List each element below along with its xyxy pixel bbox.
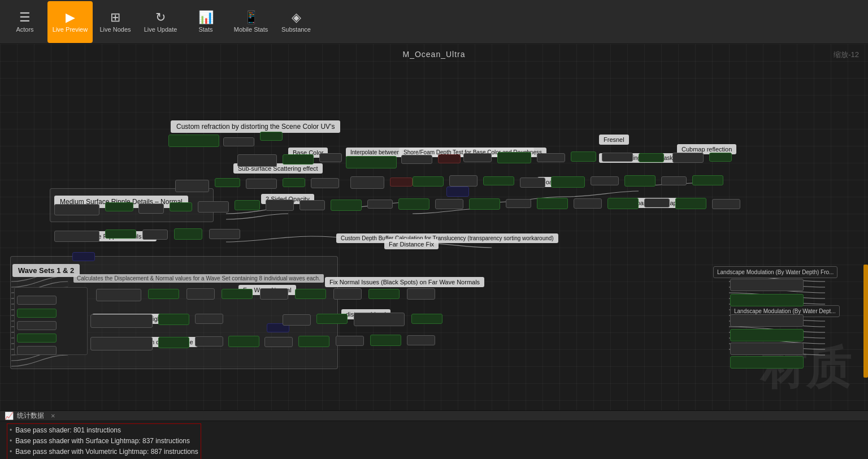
substance-label: Substance [281, 26, 311, 33]
comment-custom-depth: Custom Depth Buffer Calculation for Tran… [336, 233, 558, 243]
node-r6-6 [295, 289, 326, 299]
canvas-area[interactable]: M_Ocean_Ultra 缩放-12 材质 [0, 44, 868, 410]
substance-icon: ◈ [292, 11, 301, 24]
node-r5-2 [105, 229, 136, 239]
live-update-label: Live Update [144, 26, 177, 33]
node-r4-16 [574, 198, 602, 209]
node-r5-4 [174, 228, 202, 240]
stats-error-box: • Base pass shader: 801 instructions • B… [7, 423, 201, 459]
actors-label: Actors [16, 26, 33, 33]
node-bc13 [672, 153, 704, 163]
node-r8-3 [195, 336, 223, 347]
node-r3-4 [283, 178, 305, 187]
node-r8-1 [90, 337, 153, 350]
node-r3-7 [390, 177, 413, 187]
node-r8-4 [228, 336, 259, 347]
stats-header-title: 统计数据 [17, 411, 44, 421]
stats-header: 📈 统计数据 × [0, 411, 868, 421]
stats-icon: 📊 [198, 11, 214, 24]
node-r4-11 [398, 198, 429, 210]
node-r4-12 [435, 199, 463, 209]
toolbar-stats-btn[interactable]: 📊 Stats [183, 1, 228, 43]
toolbar: ☰ Actors ▶ Live Preview ⊞ Live Nodes ↻ L… [0, 0, 868, 44]
node-r6-8 [368, 289, 400, 299]
node-land-4 [730, 329, 804, 341]
node-r4-1 [54, 204, 99, 215]
node-r4-13 [469, 198, 500, 210]
node-r5-3 [142, 229, 168, 240]
node-r4-17 [607, 198, 639, 209]
node-r8-8 [370, 335, 401, 346]
actors-icon: ☰ [19, 11, 31, 24]
live-nodes-icon: ⊞ [110, 11, 120, 24]
stats-label: Stats [198, 26, 212, 33]
node-bc5 [401, 155, 432, 164]
stats-text-3: Base pass shader with Volumetric Lightma… [15, 447, 198, 457]
node-bc10 [571, 151, 596, 162]
node-r6-2 [148, 289, 179, 299]
node-r4-14 [506, 199, 531, 208]
node-r8-9 [407, 335, 435, 345]
node-r7-2 [158, 314, 189, 325]
toolbar-live-preview-btn[interactable]: ▶ Live Preview [47, 1, 93, 43]
node-r3-16 [692, 175, 723, 185]
node-bc6 [438, 154, 461, 163]
node-r6-5 [260, 288, 288, 300]
toolbar-live-nodes-btn[interactable]: ⊞ Live Nodes [93, 1, 138, 43]
node-r6-1 [96, 289, 141, 301]
stats-content: • Base pass shader: 801 instructions • B… [0, 421, 868, 459]
toolbar-mobile-stats-btn[interactable]: 📱 Mobile Stats [228, 1, 274, 43]
stats-text-1: Base pass shader: 801 instructions [15, 425, 121, 436]
node-land-3 [730, 314, 804, 327]
node-r3-3 [246, 179, 277, 189]
node-r3-2 [215, 178, 240, 187]
node-blue-1 [446, 187, 469, 197]
node-left-2 [17, 309, 57, 318]
node-r4-20 [712, 199, 740, 209]
node-r7-7 [411, 314, 442, 324]
stats-close-btn[interactable]: × [51, 412, 55, 420]
node-r6-9 [407, 288, 435, 300]
node-r3-13 [591, 176, 619, 185]
node-r4-2 [105, 202, 133, 211]
node-r7-1 [90, 314, 153, 328]
node-bc1 [237, 154, 277, 167]
toolbar-substance-btn[interactable]: ◈ Substance [274, 1, 319, 43]
node-r3-5 [311, 178, 339, 188]
node-r4-8 [300, 200, 325, 210]
node-bc12 [639, 153, 664, 162]
toolbar-actors-btn[interactable]: ☰ Actors [2, 1, 47, 43]
stats-header-icon: 📈 [5, 412, 14, 420]
node-r5-5 [209, 229, 240, 239]
node-small-blue [72, 252, 95, 261]
node-r5-1 [54, 231, 99, 242]
node-r7-4 [283, 314, 311, 326]
node-r4-7 [266, 200, 294, 211]
node-left-5 [17, 346, 57, 355]
node-r3-15 [661, 176, 687, 185]
comment-fresnel: Fresnel [599, 135, 629, 145]
node-land-5 [730, 343, 804, 355]
node-r4-9 [331, 200, 362, 211]
toolbar-live-update-btn[interactable]: ↻ Live Update [138, 1, 183, 43]
landscape-mod1-node: Landscape Modulation (By Water Depth) Fr… [713, 266, 837, 278]
node-r7-5 [316, 314, 348, 324]
node-r3-14 [624, 175, 656, 187]
live-preview-icon: ▶ [66, 11, 75, 24]
node-bc7 [463, 153, 492, 162]
node-r4-15 [537, 198, 568, 209]
node-land-2 [730, 294, 804, 306]
node-r6-7 [333, 288, 362, 300]
node-r7-6 [354, 313, 405, 326]
node-bc2 [283, 154, 314, 164]
node-r3-10 [483, 176, 514, 185]
canvas-title: M_Ocean_Ultra [402, 50, 465, 59]
node-r8-6 [298, 336, 329, 347]
node-b2 [260, 132, 283, 141]
node-left-4 [17, 334, 57, 343]
node-r8-5 [264, 337, 293, 347]
node-r8-7 [336, 336, 364, 346]
node-b1 [223, 137, 254, 146]
node-land-6 [730, 356, 804, 369]
comment-wave-sets-desc: Calculates the Displacement & Normal val… [73, 274, 324, 283]
